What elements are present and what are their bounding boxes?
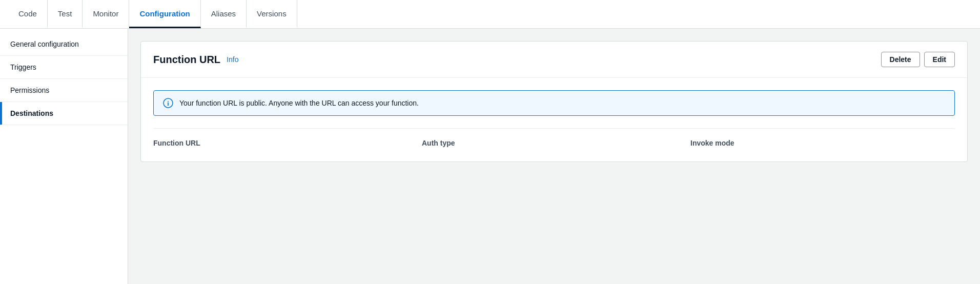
tabs-bar: Code Test Monitor Configuration Aliases … [0,0,980,29]
tab-test[interactable]: Test [48,0,83,28]
sidebar: General configuration Triggers Permissio… [0,29,128,284]
main-layout: General configuration Triggers Permissio… [0,29,980,284]
sidebar-item-destinations[interactable]: Destinations [0,102,128,125]
panel-header: Function URL Info Delete Edit [141,42,967,78]
tab-versions[interactable]: Versions [247,0,297,28]
info-banner-text: Your function URL is public. Anyone with… [179,99,419,107]
table-header-row: Function URL Auth type Invoke mode [153,128,955,149]
info-banner: i Your function URL is public. Anyone wi… [153,90,955,116]
svg-text:i: i [167,100,169,107]
table-col-invoke-mode: Invoke mode [686,137,955,149]
panel-actions: Delete Edit [881,52,955,67]
delete-button[interactable]: Delete [881,52,920,67]
tab-aliases[interactable]: Aliases [201,0,247,28]
content-area: Function URL Info Delete Edit i [128,29,980,284]
tab-code[interactable]: Code [8,0,48,28]
sidebar-item-general-configuration[interactable]: General configuration [0,33,128,56]
panel-body: i Your function URL is public. Anyone wi… [141,78,967,161]
info-circle-icon: i [163,98,173,108]
tab-configuration[interactable]: Configuration [129,0,200,28]
edit-button[interactable]: Edit [924,52,955,67]
tab-monitor[interactable]: Monitor [83,0,129,28]
sidebar-item-permissions[interactable]: Permissions [0,79,128,102]
content-panel: Function URL Info Delete Edit i [140,41,968,162]
panel-title: Function URL [153,54,220,66]
panel-title-area: Function URL Info [153,54,238,66]
info-link[interactable]: Info [227,55,238,64]
table-col-auth-type: Auth type [418,137,686,149]
sidebar-item-triggers[interactable]: Triggers [0,56,128,79]
table-col-function-url: Function URL [153,137,418,149]
